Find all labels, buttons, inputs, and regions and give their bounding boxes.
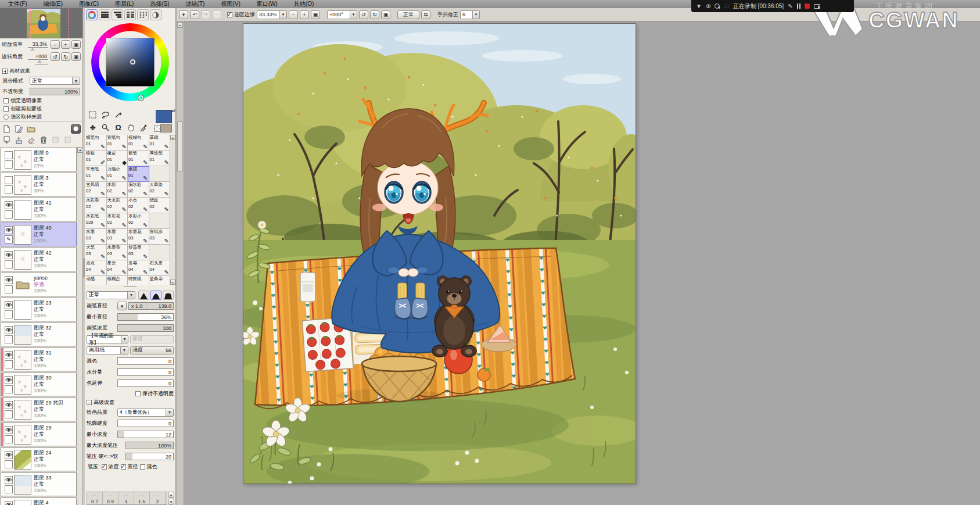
rotate-cw-button[interactable]: ↻ [61, 52, 70, 61]
scroll-up-icon[interactable]: ▲ [170, 135, 175, 140]
sv-cursor[interactable] [130, 59, 135, 65]
rotate-reset-button[interactable]: ▣ [381, 10, 390, 19]
brush-item[interactable]: 模糊占 [107, 276, 128, 285]
brush-item[interactable]: 水彩02✎ [107, 182, 128, 198]
brush-item[interactable]: 星云04✎ [107, 260, 128, 276]
layer-draw-toggle[interactable] [5, 335, 13, 343]
layer-row[interactable]: yanse穿透100% [1, 273, 77, 296]
workspace-scrollbar[interactable]: ▲ [177, 22, 184, 505]
zoom-fit-button[interactable]: ▣ [311, 10, 320, 19]
brush-item[interactable]: 宣纸勾01✎ [107, 135, 128, 151]
scroll-down-icon[interactable]: ▼ [170, 280, 175, 285]
brush-item[interactable]: 动感 [85, 276, 107, 285]
layer-draw-toggle[interactable] [5, 285, 13, 293]
brush-item[interactable]: 古风填02✎ [85, 182, 107, 198]
layer-draw-toggle[interactable]: ✎ [5, 235, 13, 243]
menu-item[interactable]: 选择(S) [142, 0, 177, 8]
rotation-value[interactable]: +000 [28, 53, 48, 60]
brush-item[interactable]: 点点04✎ [85, 260, 107, 276]
layer-visibility-toggle[interactable] [5, 401, 13, 409]
layer-visibility-toggle[interactable] [5, 451, 13, 459]
brush-item[interactable]: 喷枪01✐ [85, 151, 107, 166]
stabilizer-select[interactable]: 6▼ [460, 10, 480, 19]
delete-layer-button[interactable] [38, 135, 48, 145]
layer-draw-toggle[interactable] [5, 310, 13, 318]
brush-item[interactable]: 水彩小02✎ [128, 213, 149, 229]
layer-visibility-toggle[interactable] [5, 476, 13, 484]
pressure-diameter-checkbox[interactable] [121, 464, 126, 470]
pencil-icon[interactable]: ✎ [788, 0, 792, 12]
layer-row[interactable]: 图层 33正常100% [1, 472, 77, 496]
diameter-slider[interactable]: x 1.0 139.0 [128, 302, 174, 310]
swap-colors-icon[interactable]: ⇄ [171, 108, 175, 113]
max-density-slider[interactable]: 100% [125, 442, 174, 449]
layer-row[interactable]: 图层 4正常100% [1, 497, 77, 505]
brush-item[interactable]: 水墨03✎ [85, 229, 107, 245]
rotate-cw-button[interactable]: ↻ [370, 10, 379, 19]
new-folder-button[interactable] [26, 124, 36, 134]
clipping-checkbox[interactable] [3, 106, 9, 112]
primary-color-swatch[interactable] [156, 110, 172, 123]
layer-visibility-toggle[interactable] [5, 376, 13, 384]
brush-tip-sharp[interactable] [138, 291, 149, 300]
clear-layer-button[interactable] [26, 135, 36, 145]
keep-opacity-checkbox[interactable] [135, 391, 141, 396]
toolbar-menu-button[interactable]: ▾ [179, 10, 188, 19]
camera-icon[interactable] [814, 4, 820, 9]
expand-icon[interactable] [2, 69, 8, 74]
layer-visibility-toggle[interactable] [5, 276, 13, 284]
menu-item[interactable]: 编辑(E) [35, 0, 71, 8]
layer-mask-button[interactable] [71, 124, 81, 134]
zoom-tool[interactable] [100, 122, 111, 133]
layer-visibility-toggle[interactable] [5, 201, 13, 209]
brush-item[interactable]: 宣纸涂03✎ [149, 229, 171, 245]
brush-scrollbar[interactable]: ▲ ▼ [170, 135, 175, 285]
layer-row[interactable]: 图层 0正常23% [1, 148, 77, 171]
layer-row[interactable]: 图层 29正常100% [1, 422, 77, 446]
material-effect-header[interactable]: 画材效果 [2, 67, 80, 76]
brush-item[interactable]: 水彩杂02✎ [85, 198, 107, 213]
brush-item[interactable]: 硬笔01✎ [128, 151, 149, 166]
layer-row[interactable]: 图层 30正常100% [1, 373, 77, 396]
layer-row[interactable]: 图层 23正常100% [1, 298, 77, 321]
brush-item[interactable]: 发霉04✎ [128, 260, 149, 276]
rotate-ccw-button[interactable]: ↺ [51, 52, 60, 61]
lasso-tool[interactable] [100, 109, 111, 120]
collapse-icon[interactable] [87, 400, 92, 405]
brush-item[interactable]: 素描01✎ [128, 166, 149, 182]
layer-visibility-toggle[interactable] [5, 151, 13, 159]
texture-strength-button[interactable]: 强度56 [130, 346, 174, 354]
brush-shape-select[interactable]: 【常规的圆形】▼ [87, 335, 128, 343]
hue-cursor[interactable] [138, 95, 143, 101]
pressure-blend-checkbox[interactable] [140, 464, 145, 470]
layer-draw-toggle[interactable] [5, 410, 13, 418]
rotate-reset-button[interactable]: ▣ [71, 52, 81, 61]
canvas-workspace[interactable]: ▾ ↶ ↷ 选区边缘 33.33%▼ − + ▣ +000°▼ ↺ ↻ ▣ 正常… [177, 8, 980, 505]
move-tool[interactable]: ✥ [87, 122, 98, 133]
lock-alpha-checkbox[interactable] [3, 98, 9, 103]
layer-visibility-toggle[interactable] [5, 226, 13, 234]
layer-row[interactable]: 图层 24正常100% [1, 447, 77, 471]
scrollbar-handle[interactable] [177, 121, 183, 171]
navigator-preview[interactable] [0, 8, 82, 38]
layer-row[interactable]: 图层 32正常100% [1, 323, 77, 346]
layer-draw-toggle[interactable] [5, 435, 13, 443]
edge-hardness-slider[interactable]: 0 [117, 420, 174, 427]
scroll-up-icon[interactable]: ▲ [77, 147, 83, 153]
layer-row[interactable]: 图层 3正常30% [1, 173, 77, 196]
screen-recorder-bar[interactable]: ▼ ⊕ ⬚ 正在录制 [00:36:05] ✎ [691, 0, 854, 12]
eyedropper-tool[interactable] [138, 122, 149, 133]
layer-row[interactable]: 图层 31正常100% [1, 348, 77, 371]
brush-item[interactable]: 厚涂笔01✎ [149, 151, 171, 166]
brush-item[interactable]: 水彩笔029✎ [85, 213, 107, 229]
selection-source-radio[interactable] [3, 114, 9, 120]
layer-row[interactable]: ✎图层 40正常100% [1, 223, 77, 246]
brush-item[interactable]: 水墨花03✎ [128, 229, 149, 245]
angle-select[interactable]: +000°▼ [327, 10, 357, 19]
zoom-in-button[interactable]: + [61, 40, 70, 49]
size-preset[interactable]: ·1.5 [134, 492, 150, 504]
zoom-reset-button[interactable]: ▣ [71, 40, 81, 49]
pause-icon[interactable] [797, 3, 800, 9]
tab-scratchpad[interactable] [137, 9, 149, 20]
size-preset[interactable]: ·0.9 [103, 492, 119, 504]
